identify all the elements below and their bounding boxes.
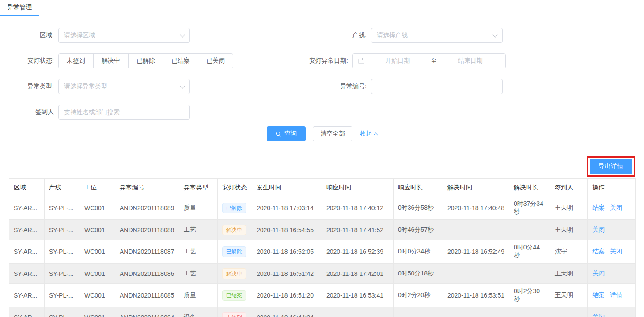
area-select-placeholder: 请选择区域 <box>64 31 95 39</box>
signee-label: 签到人 <box>0 108 58 116</box>
collapse-link[interactable]: 收起 <box>360 130 377 138</box>
andon-option-closed-case[interactable]: 已结案 <box>163 53 198 68</box>
cell-station: WC001 <box>80 284 115 307</box>
cell-status: 解决中 <box>218 264 252 284</box>
signee-inputbox <box>58 105 190 120</box>
table-row: SY-AR... SY-PL-... WC001 ANDN20201118089… <box>9 196 636 220</box>
cell-line: SY-PL-... <box>45 307 80 317</box>
cell-solve-time: 2020-11-18 16:52:49 <box>443 240 509 264</box>
op-link[interactable]: 关闭 <box>610 248 622 255</box>
col-header-area: 区域 <box>9 179 45 196</box>
andon-option-resolved[interactable]: 已解除 <box>128 53 163 68</box>
tab-bar: 异常管理 <box>0 0 644 16</box>
chevron-down-icon <box>492 32 497 37</box>
andon-status-label: 安灯状态: <box>0 57 58 65</box>
cell-signee <box>550 307 588 317</box>
op-link[interactable]: 详情 <box>610 291 622 298</box>
col-header-response-time: 响应时间 <box>322 179 394 196</box>
cell-type: 工艺 <box>179 220 218 240</box>
cell-response-time: 2020-11-18 17:40:12 <box>322 196 394 220</box>
area-select[interactable]: 请选择区域 <box>58 28 190 43</box>
cell-response-time: 2020-11-18 17:42:01 <box>322 264 394 284</box>
status-badge: 解决中 <box>222 268 246 279</box>
cell-solve-time <box>443 220 509 240</box>
search-icon <box>276 131 281 137</box>
export-details-button[interactable]: 导出详情 <box>590 159 632 174</box>
exception-table-wrap: 区域 产线 工位 异常编号 异常类型 安灯状态 发生时间 响应时间 响应时长 解… <box>9 178 635 317</box>
cell-operations: 关闭 <box>588 220 636 240</box>
cell-solve-duration <box>509 264 550 284</box>
cell-station: WC001 <box>80 240 115 264</box>
andon-option-not-signed[interactable]: 未签到 <box>58 53 94 68</box>
cell-occur-time: 2020-11-18 16:54:55 <box>252 220 322 240</box>
cell-line: SY-PL-... <box>45 240 80 264</box>
cell-solve-duration: 0时0分44秒 <box>509 240 550 264</box>
cell-area: SY-AR... <box>9 220 45 240</box>
cell-solve-duration: 0时2分30秒 <box>509 284 550 307</box>
andon-status-group: 未签到 解决中 已解除 已结案 已关闭 <box>58 53 233 68</box>
op-link[interactable]: 结案 <box>592 248 605 255</box>
cell-status: 未签到 <box>218 307 252 317</box>
cell-response-duration: 0时36分58秒 <box>394 196 443 220</box>
cell-operations: 结案关闭 <box>588 196 636 220</box>
cell-station: WC001 <box>80 307 115 317</box>
andon-option-closed[interactable]: 已关闭 <box>198 53 233 68</box>
op-link[interactable]: 结案 <box>592 204 605 211</box>
line-select[interactable]: 请选择产线 <box>371 28 503 43</box>
dashed-divider <box>9 151 635 151</box>
cell-solve-time <box>443 264 509 284</box>
cell-solve-duration <box>509 220 550 240</box>
exception-type-label: 异常类型: <box>0 83 58 91</box>
cell-station: WC001 <box>80 264 115 284</box>
op-link[interactable]: 关闭 <box>610 204 622 211</box>
exception-no-input[interactable] <box>377 83 497 90</box>
cell-type: 质量 <box>179 284 218 307</box>
cell-response-time <box>322 307 394 317</box>
cell-area: SY-AR... <box>9 264 45 284</box>
annotation-highlight: 导出详情 <box>587 156 635 177</box>
op-link[interactable]: 关闭 <box>592 313 605 317</box>
cell-status: 已结案 <box>218 284 252 307</box>
cell-code: ANDN20201118089 <box>115 196 179 220</box>
date-range-picker[interactable]: 开始日期 至 结束日期 <box>352 53 506 68</box>
col-header-status: 安灯状态 <box>218 179 252 196</box>
end-date-input[interactable]: 结束日期 <box>441 57 500 65</box>
op-link[interactable]: 关闭 <box>592 270 605 277</box>
chevron-down-icon <box>180 32 185 37</box>
cell-solve-time: 2020-11-18 16:53:51 <box>443 284 509 307</box>
date-label: 安灯异常日期: <box>304 57 352 65</box>
op-link[interactable]: 关闭 <box>592 226 605 233</box>
status-badge: 已解除 <box>222 246 246 257</box>
cell-status: 已解除 <box>218 196 252 220</box>
cell-signee: 王天明 <box>550 220 588 240</box>
cell-area: SY-AR... <box>9 240 45 264</box>
table-header-row: 区域 产线 工位 异常编号 异常类型 安灯状态 发生时间 响应时间 响应时长 解… <box>9 179 636 196</box>
export-row: 导出详情 <box>9 156 635 177</box>
cell-response-duration: 0时2分20秒 <box>394 284 443 307</box>
cell-type: 质量 <box>179 196 218 220</box>
search-button[interactable]: 查询 <box>267 126 306 141</box>
cell-code: ANDN20201118086 <box>115 264 179 284</box>
cell-line: SY-PL-... <box>45 196 80 220</box>
op-link[interactable]: 结案 <box>592 291 605 298</box>
cell-operations: 关闭 <box>588 264 636 284</box>
exception-type-select[interactable]: 请选择异常类型 <box>58 79 190 94</box>
line-label: 产线: <box>322 31 371 39</box>
cell-solve-duration <box>509 307 550 317</box>
cell-station: WC001 <box>80 196 115 220</box>
cell-occur-time: 2020-11-18 16:52:05 <box>252 240 322 264</box>
cell-status: 已解除 <box>218 240 252 264</box>
signee-input[interactable] <box>64 109 184 116</box>
col-header-station: 工位 <box>80 179 115 196</box>
cell-area: SY-AR... <box>9 196 45 220</box>
cell-line: SY-PL-... <box>45 220 80 240</box>
cell-operations: 结案详情 <box>588 284 636 307</box>
andon-option-solving[interactable]: 解决中 <box>93 53 129 68</box>
clear-all-button[interactable]: 清空全部 <box>313 126 352 141</box>
cell-occur-time: 2020-11-18 17:03:14 <box>252 196 322 220</box>
cell-occur-time: 2020-11-18 16:44:34 <box>252 307 322 317</box>
date-range-separator: 至 <box>431 57 437 65</box>
start-date-input[interactable]: 开始日期 <box>368 57 428 65</box>
table-row: SY-AR... SY-PL-... WC001 ANDN20201118088… <box>9 220 636 240</box>
tab-exception-management[interactable]: 异常管理 <box>0 0 39 16</box>
